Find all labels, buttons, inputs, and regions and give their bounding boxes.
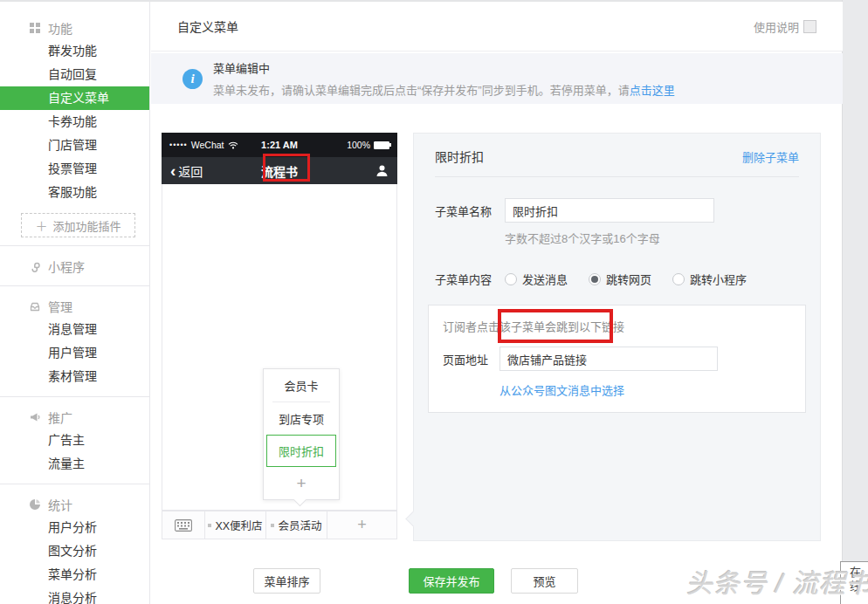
sidebar-item-store-manage[interactable]: 门店管理 bbox=[0, 134, 149, 157]
submenu-item-member-card[interactable]: 会员卡 bbox=[264, 369, 339, 402]
url-input-wrap bbox=[499, 347, 718, 371]
status-left: ••••• WeChat bbox=[169, 140, 261, 150]
disable-menu-link[interactable]: 点击这里 bbox=[630, 84, 675, 97]
sidebar-divider bbox=[0, 396, 149, 397]
submenu-name-input[interactable] bbox=[505, 198, 714, 223]
page-url-input[interactable] bbox=[499, 347, 718, 371]
sidebar-item-material-manage[interactable]: 素材管理 bbox=[0, 365, 149, 388]
section-label: 管理 bbox=[48, 298, 72, 315]
content-type-row: 子菜单内容 发送消息 跳转网页 跳转小程序 bbox=[435, 271, 799, 287]
sidebar-section-miniprogram[interactable]: 小程序 bbox=[0, 254, 149, 278]
plus-icon: + bbox=[296, 474, 306, 493]
add-menu-button[interactable]: + bbox=[327, 511, 396, 539]
panel-title: 限时折扣 bbox=[435, 148, 484, 165]
keyboard-icon bbox=[175, 519, 192, 532]
menu-item-store[interactable]: XX便利店 bbox=[205, 511, 266, 539]
miniprogram-icon bbox=[28, 259, 42, 273]
sidebar-item-message-manage[interactable]: 消息管理 bbox=[0, 318, 149, 341]
menu-dot-icon bbox=[208, 524, 211, 527]
account-title: 流程书 bbox=[162, 162, 397, 180]
sidebar-section-features[interactable]: 功能 bbox=[0, 16, 149, 39]
submenu-item-limited-discount[interactable]: 限时折扣 bbox=[266, 435, 336, 467]
radio-label: 跳转网页 bbox=[606, 271, 651, 287]
preview-button[interactable]: 预览 bbox=[511, 568, 578, 594]
page-right-gutter bbox=[842, 0, 868, 604]
notice-title: 菜单编辑中 bbox=[213, 59, 675, 76]
save-publish-button[interactable]: 保存并发布 bbox=[409, 568, 494, 594]
submenu-item-store-special[interactable]: 到店专项 bbox=[264, 402, 339, 435]
phone-status-bar: ••••• WeChat 1:21 AM 100% bbox=[162, 133, 397, 157]
jump-tip: 订阅者点击该子菜单会跳到以下链接 bbox=[443, 318, 791, 334]
section-label: 小程序 bbox=[48, 257, 85, 275]
megaphone-icon bbox=[28, 410, 42, 424]
sidebar-item-auto-reply[interactable]: 自动回复 bbox=[0, 63, 149, 86]
tray-icon bbox=[28, 299, 42, 313]
pick-from-articles-link[interactable]: 从公众号图文消息中选择 bbox=[499, 384, 624, 397]
add-plugin-button[interactable]: ＋ 添加功能插件 bbox=[21, 213, 135, 237]
keyboard-toggle[interactable] bbox=[162, 511, 205, 539]
sidebar-divider bbox=[0, 245, 149, 246]
battery-icon bbox=[374, 141, 389, 149]
sidebar-item-article-analysis[interactable]: 图文分析 bbox=[0, 539, 149, 563]
radio-jump-webpage[interactable]: 跳转网页 bbox=[589, 271, 651, 287]
notice-body: 菜单未发布，请确认菜单编辑完成后点击“保存并发布”同步到手机。若停用菜单，请点击… bbox=[213, 81, 675, 98]
sidebar-item-user-analysis[interactable]: 用户分析 bbox=[0, 516, 149, 539]
notice-bar: i 菜单编辑中 菜单未发布，请确认菜单编辑完成后点击“保存并发布”同步到手机。若… bbox=[151, 53, 843, 104]
status-time: 1:21 AM bbox=[261, 140, 298, 150]
sidebar-item-custom-menu[interactable]: 自定义菜单 bbox=[0, 86, 149, 110]
info-icon: i bbox=[183, 69, 203, 89]
page-title: 自定义菜单 bbox=[177, 17, 238, 35]
usage-help-link[interactable]: 使用说明 bbox=[754, 18, 816, 35]
content-header: 自定义菜单 使用说明 bbox=[151, 2, 843, 51]
pie-chart-icon bbox=[28, 498, 42, 511]
notice-body-text: 菜单未发布，请确认菜单编辑完成后点击“保存并发布”同步到手机。若停用菜单，请 bbox=[213, 84, 630, 97]
sidebar-section-manage[interactable]: 管理 bbox=[0, 294, 149, 318]
phone-nav-bar: ‹ 返回 流程书 bbox=[162, 157, 397, 184]
help-doc-icon bbox=[803, 20, 816, 33]
menu-sort-button[interactable]: 菜单排序 bbox=[253, 568, 320, 594]
radio-circle-icon bbox=[505, 273, 517, 285]
content-type-label: 子菜单内容 bbox=[435, 271, 505, 287]
menu-dot-icon bbox=[271, 524, 274, 527]
plus-icon: + bbox=[357, 516, 367, 534]
sidebar-item-card-coupon[interactable]: 卡券功能 bbox=[0, 110, 149, 134]
sidebar: 功能 群发功能 自动回复 自定义菜单 卡券功能 门店管理 投票管理 客服功能 ＋… bbox=[0, 2, 150, 604]
sidebar-item-mass-send[interactable]: 群发功能 bbox=[0, 39, 149, 63]
sidebar-item-traffic-owner[interactable]: 流量主 bbox=[0, 452, 149, 476]
sidebar-item-menu-analysis[interactable]: 菜单分析 bbox=[0, 563, 149, 587]
panel-divider bbox=[435, 176, 799, 177]
radio-label: 跳转小程序 bbox=[690, 271, 747, 287]
sidebar-section-promote[interactable]: 推广 bbox=[0, 405, 149, 429]
wechat-admin-page: 功能 群发功能 自动回复 自定义菜单 卡券功能 门店管理 投票管理 客服功能 ＋… bbox=[0, 0, 868, 604]
sidebar-item-user-manage[interactable]: 用户管理 bbox=[0, 341, 149, 365]
radio-label: 发送消息 bbox=[522, 271, 568, 287]
sidebar-section-stats[interactable]: 统计 bbox=[0, 492, 149, 516]
plus-icon: ＋ bbox=[35, 216, 47, 234]
url-label: 页面地址 bbox=[443, 351, 499, 367]
menu-item-label: XX便利店 bbox=[215, 517, 262, 533]
sidebar-item-message-analysis[interactable]: 消息分析 bbox=[0, 587, 149, 604]
sidebar-item-vote-manage[interactable]: 投票管理 bbox=[0, 157, 149, 181]
panel-header: 限时折扣 删除子菜单 bbox=[435, 148, 799, 165]
pick-row: 从公众号图文消息中选择 bbox=[499, 381, 791, 398]
radio-send-message[interactable]: 发送消息 bbox=[505, 271, 568, 287]
url-setting-box: 订阅者点击该子菜单会跳到以下链接 页面地址 从公众号图文消息中选择 bbox=[428, 305, 806, 413]
submenu-editor-panel: 限时折扣 删除子菜单 子菜单名称 字数不超过8个汉字或16个字母 子菜单内容 发… bbox=[413, 133, 821, 541]
section-label: 统计 bbox=[48, 496, 72, 513]
wifi-icon bbox=[228, 141, 238, 149]
section-label: 功能 bbox=[48, 19, 72, 37]
radio-circle-icon bbox=[672, 273, 685, 285]
url-row: 页面地址 bbox=[443, 347, 791, 371]
submenu-popup: 会员卡 到店专项 限时折扣 + bbox=[263, 368, 340, 500]
sidebar-item-advertiser[interactable]: 广告主 bbox=[0, 429, 149, 452]
name-hint: 字数不超过8个汉字或16个字母 bbox=[505, 230, 799, 246]
radio-jump-miniprogram[interactable]: 跳转小程序 bbox=[672, 271, 747, 287]
menu-item-member-activity[interactable]: 会员活动 bbox=[266, 511, 327, 539]
battery-percent: 100% bbox=[347, 140, 370, 150]
sidebar-item-customer-service[interactable]: 客服功能 bbox=[0, 181, 149, 204]
signal-dots-icon: ••••• bbox=[169, 141, 188, 149]
delete-submenu-link[interactable]: 删除子菜单 bbox=[742, 148, 799, 165]
add-plugin-label: 添加功能插件 bbox=[52, 217, 121, 234]
status-right: 100% bbox=[298, 140, 389, 150]
usage-help-label: 使用说明 bbox=[754, 18, 799, 35]
